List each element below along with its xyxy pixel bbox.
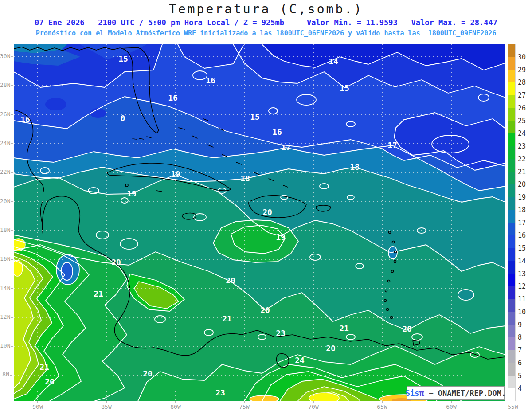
colorbar-cell bbox=[508, 44, 516, 57]
colorbar-tick-label: 8 bbox=[518, 333, 522, 341]
contour-label: 19 bbox=[276, 232, 286, 242]
colorbar-tick-label: 29 bbox=[518, 66, 526, 74]
colorbar-tick-label: 17 bbox=[518, 219, 526, 227]
contour-label: 15 bbox=[118, 54, 128, 63]
colorbar-cell bbox=[508, 223, 516, 236]
colorbar-cell bbox=[508, 350, 516, 363]
contour-label: 24 bbox=[295, 356, 305, 365]
contour-label: 18 bbox=[240, 174, 250, 183]
colorbar-cell bbox=[508, 325, 516, 338]
colorbar-cell bbox=[508, 95, 516, 108]
colorbar-cell bbox=[508, 337, 516, 350]
contour-label: 21 bbox=[222, 314, 232, 323]
subtitle-valid-time: 07−Ene−2026 2100 UTC / 5:00 pm Hora Loca… bbox=[0, 18, 532, 27]
lat-tick-label: 8N bbox=[0, 371, 12, 378]
contour-label: 20 bbox=[111, 258, 121, 267]
colorbar-tick-label: 19 bbox=[518, 193, 526, 201]
onamet-logo: Sisπ − ONAMET/REP.DOM. bbox=[407, 386, 505, 400]
colorbar-cell bbox=[508, 172, 516, 185]
colorbar-tick-label: 13 bbox=[518, 270, 526, 278]
colorbar-tick-label: 16 bbox=[518, 231, 526, 239]
colorbar-cell bbox=[508, 235, 516, 248]
contour-label: 16 bbox=[20, 115, 30, 124]
page-title: Temperatura (C,somb.) bbox=[0, 2, 532, 16]
colorbar-tick-label: 7 bbox=[518, 346, 522, 354]
lat-tick-label: 20N bbox=[0, 198, 12, 204]
contour-label: 20 bbox=[262, 207, 272, 217]
colorbar-tick-label: 4 bbox=[518, 384, 522, 392]
lon-axis: 90W85W80W75W70W65W60W55W bbox=[0, 401, 532, 411]
colorbar-cell bbox=[508, 274, 516, 287]
colorbar-cell bbox=[508, 146, 516, 159]
colorbar-tick-label: 23 bbox=[518, 142, 526, 150]
lon-tick-label: 55W bbox=[503, 401, 523, 410]
lat-tick-label: 28N bbox=[0, 82, 12, 88]
contour-label: 0 bbox=[121, 114, 125, 123]
contour-label: 21 bbox=[39, 362, 49, 372]
contour-label: 15 bbox=[340, 83, 349, 93]
colorbar-tick-label: 22 bbox=[518, 155, 526, 163]
contour-label: 15 bbox=[250, 112, 260, 121]
colorbar-cell bbox=[508, 286, 516, 299]
lon-tick-label: 80W bbox=[166, 401, 185, 410]
colorbar-tick-label: 20 bbox=[518, 180, 526, 188]
colorbar-tick-label: 14 bbox=[518, 257, 526, 265]
contour-label: 14 bbox=[329, 57, 338, 66]
colorbar-tick-label: 25 bbox=[518, 117, 526, 125]
lat-tick-label: 16N bbox=[0, 255, 12, 262]
temperature-map: 1514161615016151617171818191920192020212… bbox=[14, 44, 505, 401]
lat-tick-label: 22N bbox=[0, 168, 12, 175]
colorbar-cell bbox=[508, 184, 516, 197]
lon-tick-label: 75W bbox=[235, 401, 254, 410]
lat-tick-label: 10N bbox=[0, 342, 12, 349]
colorbar-tick-label: 5 bbox=[518, 372, 522, 380]
colorbar-cell bbox=[508, 376, 516, 389]
contour-label: 20 bbox=[326, 344, 336, 353]
contour-label: 17 bbox=[281, 143, 291, 152]
contour-label: 20 bbox=[260, 305, 270, 315]
contour-label: 19 bbox=[171, 169, 180, 179]
lat-tick-label: 18N bbox=[0, 227, 12, 233]
colorbar-labels: 3029282726252423222120191817161514131211… bbox=[518, 44, 531, 401]
contour-label: 18 bbox=[350, 162, 360, 172]
contour-label: 16 bbox=[168, 93, 178, 102]
lon-tick-label: 85W bbox=[97, 401, 116, 410]
contour-label: 16 bbox=[272, 127, 282, 137]
contour-label: 19 bbox=[127, 189, 137, 198]
colorbar-cell bbox=[508, 388, 516, 401]
colorbar-cell bbox=[508, 82, 516, 95]
temperature-field bbox=[14, 44, 505, 401]
colorbar-cell bbox=[508, 108, 516, 121]
colorbar-cell bbox=[508, 261, 516, 274]
colorbar-cell bbox=[508, 70, 516, 83]
colorbar-cell bbox=[508, 121, 516, 134]
colorbar-cell bbox=[508, 299, 516, 312]
contour-label: 21 bbox=[339, 324, 349, 333]
colorbar-tick-label: 24 bbox=[518, 129, 526, 137]
colorbar-tick-label: 6 bbox=[518, 359, 522, 367]
lat-axis: 30N28N26N24N22N20N18N16N14N12N10N8N bbox=[0, 0, 13, 411]
colorbar-tick-label: 28 bbox=[518, 78, 526, 86]
colorbar-cell bbox=[508, 133, 516, 146]
contour-label: 17 bbox=[387, 141, 397, 150]
logo-sis-text: Sis bbox=[406, 389, 419, 398]
pi-icon: π bbox=[419, 388, 424, 398]
colorbar-tick-label: 21 bbox=[518, 168, 526, 176]
lon-tick-label: 70W bbox=[304, 401, 323, 410]
lon-tick-label: 90W bbox=[28, 401, 47, 410]
colorbar-tick-label: 27 bbox=[518, 91, 526, 99]
lon-tick-label: 65W bbox=[372, 401, 392, 410]
subtitle-model-info: Pronóstico con el Modelo Atmósferico WRF… bbox=[0, 29, 532, 37]
colorbar-cell bbox=[508, 363, 516, 376]
logo-onamet-text: − ONAMET/REP.DOM. bbox=[424, 389, 506, 398]
colorbar-tick-label: 15 bbox=[518, 244, 526, 252]
contour-label: 23 bbox=[276, 329, 286, 338]
colorbar-cell bbox=[508, 248, 516, 261]
colorbar-tick-label: 10 bbox=[518, 308, 526, 316]
colorbar-cell bbox=[508, 159, 516, 172]
colorbar-cell bbox=[508, 210, 516, 223]
contour-label: 20 bbox=[45, 377, 55, 386]
map-panel: 1514161615016151617171818191920192020212… bbox=[14, 44, 505, 401]
colorbar bbox=[508, 44, 516, 401]
lat-tick-label: 12N bbox=[0, 313, 12, 320]
